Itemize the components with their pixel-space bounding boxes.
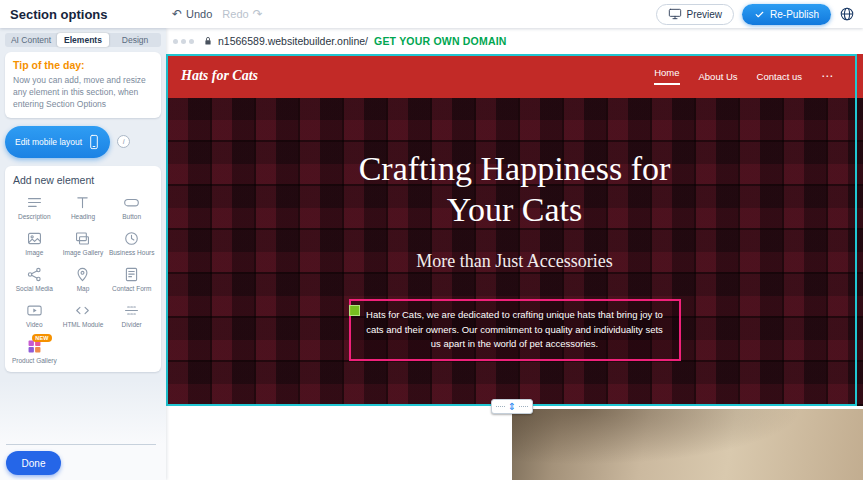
redo-label: Redo (222, 8, 248, 20)
tip-heading: Tip of the day: (13, 59, 153, 71)
hero-body-text: Hats for Cats, we are dedicated to craft… (362, 308, 668, 352)
nav-contact-us[interactable]: Contact us (757, 71, 802, 82)
element-business-hours[interactable]: Business Hours (107, 229, 156, 258)
code-icon (74, 302, 91, 319)
form-icon (123, 266, 140, 283)
element-label: Heading (71, 213, 95, 221)
element-social-media[interactable]: Social Media (10, 265, 59, 294)
tab-design[interactable]: Design (109, 33, 161, 47)
element-label: Image (25, 249, 43, 257)
next-section (166, 406, 863, 480)
done-button[interactable]: Done (6, 451, 61, 475)
hero-subtitle[interactable]: More than Just Accessories (166, 251, 863, 272)
video-play-icon (26, 302, 43, 319)
redo-icon: ↷ (253, 7, 263, 21)
site-url[interactable]: n1566589.websitebuilder.online/ (218, 35, 368, 47)
undo-button[interactable]: ↶ Undo (172, 7, 212, 21)
element-label: Business Hours (109, 249, 155, 257)
element-html-module[interactable]: HTML Module (59, 301, 108, 330)
element-map[interactable]: Map (59, 265, 108, 294)
get-domain-link[interactable]: GET YOUR OWN DOMAIN (374, 35, 507, 47)
phone-icon (88, 134, 100, 150)
tip-body: Now you can add, move and resize any ele… (13, 75, 153, 111)
element-image[interactable]: Image (10, 229, 59, 258)
add-new-element-card: Add new element Description Heading Butt… (5, 166, 161, 373)
element-heading[interactable]: Heading (59, 193, 108, 222)
topbar: Section options ↶ Undo Redo ↷ Preview (0, 0, 863, 28)
element-video[interactable]: Video (10, 301, 59, 330)
image-icon (26, 230, 43, 247)
element-label: Contact Form (112, 285, 151, 293)
undo-icon: ↶ (172, 7, 182, 21)
edit-mobile-layout-button[interactable]: Edit mobile layout (5, 126, 110, 158)
element-drag-handle[interactable] (349, 305, 360, 316)
tab-elements[interactable]: Elements (57, 33, 109, 47)
divider-icon (123, 302, 140, 319)
panel-tabs: AI Content Elements Design (5, 33, 161, 47)
preview-button[interactable]: Preview (656, 4, 735, 25)
tab-ai-content[interactable]: AI Content (5, 33, 57, 47)
element-label: Button (122, 213, 141, 221)
site-logo[interactable]: Hats for Cats (181, 68, 258, 84)
check-icon (754, 9, 765, 20)
lock-icon (203, 35, 213, 47)
language-globe-icon[interactable] (839, 6, 855, 22)
new-badge: NEW (32, 334, 51, 342)
element-label: Description (18, 213, 51, 221)
heading-icon (74, 194, 91, 211)
element-contact-form[interactable]: Contact Form (107, 265, 156, 294)
section-resize-handle[interactable]: ⇕ (491, 399, 533, 414)
mobile-layout-row: Edit mobile layout i (5, 126, 161, 158)
topbar-actions: Preview Re-Publish (656, 0, 856, 28)
element-label: Social Media (16, 285, 53, 293)
info-icon[interactable]: i (117, 135, 130, 148)
nav-about-us[interactable]: About Us (699, 71, 738, 82)
hero-section[interactable]: Crafting Happiness for Your Cats More th… (166, 98, 863, 406)
browser-bar: n1566589.websitebuilder.online/ GET YOUR… (166, 28, 863, 54)
element-product-gallery[interactable]: NEW Product Gallery (10, 337, 59, 366)
site-viewport: Hats for Cats Home About Us Contact us ⋯… (166, 54, 863, 480)
element-label: Divider (122, 321, 142, 329)
element-label: Image Gallery (63, 249, 103, 257)
preview-label: Preview (687, 9, 723, 20)
page-title: Section options (10, 7, 108, 22)
republish-button[interactable]: Re-Publish (742, 4, 831, 25)
nav-home[interactable]: Home (654, 67, 679, 85)
hero-text-box[interactable]: Hats for Cats, we are dedicated to craft… (349, 299, 681, 361)
clock-icon (123, 230, 140, 247)
monitor-icon (668, 8, 682, 20)
app-root: Section options ↶ Undo Redo ↷ Preview (0, 0, 863, 480)
element-label: Video (26, 321, 43, 329)
element-button[interactable]: Button (107, 193, 156, 222)
panel-divider (6, 444, 156, 445)
republish-label: Re-Publish (770, 9, 819, 20)
edit-mobile-layout-label: Edit mobile layout (15, 137, 82, 147)
element-divider[interactable]: Divider (107, 301, 156, 330)
site-header: Hats for Cats Home About Us Contact us ⋯ (166, 54, 863, 98)
tip-card: Tip of the day: Now you can add, move an… (5, 52, 161, 118)
image-gallery-icon (74, 230, 91, 247)
hero-title[interactable]: Crafting Happiness for Your Cats (330, 148, 700, 231)
resize-arrows-icon: ⇕ (508, 402, 516, 412)
site-preview-stage: n1566589.websitebuilder.online/ GET YOUR… (166, 28, 863, 480)
element-label: Map (77, 285, 90, 293)
nav-more-icon[interactable]: ⋯ (821, 69, 833, 83)
undo-label: Undo (186, 8, 212, 20)
redo-button[interactable]: Redo ↷ (222, 7, 262, 21)
add-new-element-title: Add new element (13, 174, 153, 186)
section-options-panel: AI Content Elements Design Tip of the da… (0, 28, 166, 480)
undo-redo-group: ↶ Undo Redo ↷ (172, 0, 263, 28)
window-dot-icon (173, 39, 178, 44)
window-dot-icon (189, 39, 194, 44)
button-icon (123, 194, 140, 211)
text-lines-icon (26, 194, 43, 211)
element-label: HTML Module (63, 321, 104, 329)
site-nav: Home About Us Contact us ⋯ (654, 67, 833, 85)
share-icon (26, 266, 43, 283)
next-section-image (512, 409, 863, 480)
element-image-gallery[interactable]: Image Gallery (59, 229, 108, 258)
element-grid: Description Heading Button Image Image G… (10, 193, 156, 367)
map-pin-icon (74, 266, 91, 283)
element-description[interactable]: Description (10, 193, 59, 222)
element-label: Product Gallery (12, 357, 57, 365)
